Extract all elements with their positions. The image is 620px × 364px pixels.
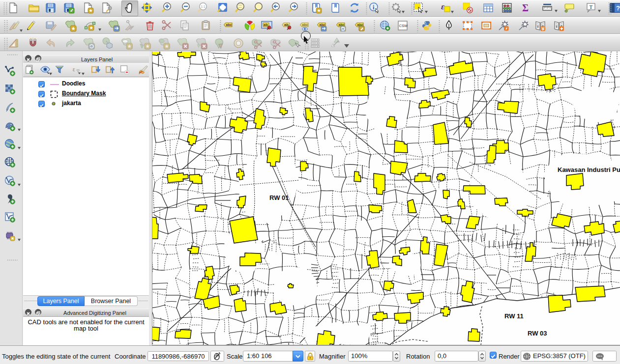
- svg-text:RW 11: RW 11: [504, 312, 524, 320]
- svg-text:T: T: [590, 4, 593, 10]
- svg-text:RW 01: RW 01: [269, 194, 289, 201]
- svg-text:RW 03: RW 03: [528, 330, 547, 337]
- svg-text:Kawasan Industri Pu: Kawasan Industri Pu: [558, 166, 620, 173]
- svg-text:ε: ε: [441, 2, 444, 11]
- svg-text:abc: abc: [226, 23, 232, 27]
- svg-text:ε: ε: [73, 66, 75, 73]
- svg-text:CSW: CSW: [399, 24, 408, 28]
- svg-text:abc: abc: [302, 23, 308, 27]
- svg-text:Σ: Σ: [522, 2, 529, 13]
- svg-text:1:1: 1:1: [201, 5, 206, 8]
- svg-text:ab: ab: [264, 23, 268, 27]
- svg-text:?: ?: [616, 4, 620, 12]
